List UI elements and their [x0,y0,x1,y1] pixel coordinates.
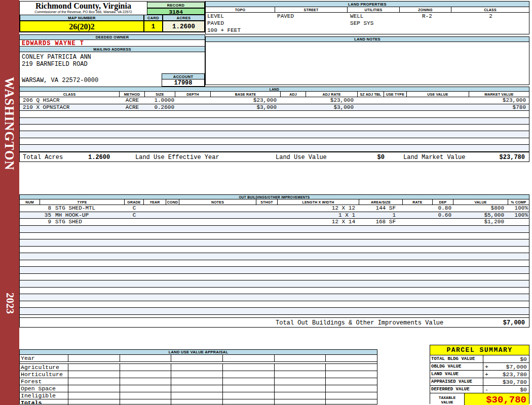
col-cond: COND [166,199,179,205]
cell-value: $1,200 [453,219,508,225]
county-title: Richmond County, Virginia [20,2,147,10]
lua-cell [223,392,275,399]
land-notes-box: LAND NOTES [205,36,529,85]
taxable-value: $30,780 [465,393,529,405]
land-use-appraisal-table: LAND USE VALUE APPRAISAL Year Agricultur… [19,349,377,404]
cell-num: 35 [20,212,51,218]
summary-label: OBLDG VALUE [430,363,483,370]
out-buildings-title: OUT BUILDINGS/OTHER IMPROVEMENTS [20,195,529,199]
lua-row-year: Year [20,355,377,362]
zoning-value [402,27,453,34]
lua-cell [326,364,377,371]
cell-grade: C [125,212,144,218]
summary-value-cell: $30,780 [483,378,529,385]
lua-cell [275,355,326,361]
cell-market-value: $23,000 [469,97,529,103]
lua-cell [275,371,326,378]
cell-base-rate: $3,000 [211,104,281,110]
cell-dep: 0.60 [433,212,453,218]
address-line-1: CONLEY PATRICIA ANN [22,54,91,61]
lua-cell [275,385,326,392]
lua-cell [171,371,223,378]
cell-comp: 100% [508,212,529,218]
cell-market-value: $780 [469,104,529,110]
land-title: LAND [20,87,529,92]
zoning-value [402,20,453,27]
total-acres-label: Total Acres [23,154,63,161]
acres-label: ACRES [163,15,205,21]
summary-value: $7,000 [506,363,527,370]
lua-cell [275,364,326,371]
land-properties-title: LAND PROPERTIES [206,2,529,7]
col-utilities: UTILITIES [348,7,400,12]
cell-length-width: 1 X 1 [278,212,359,218]
land-properties-row: PAVED SEP SYS [206,20,529,27]
col-market-value: MARKET VALUE [469,92,529,97]
summary-value-cell: - $0 [483,386,529,393]
class-value: 2 [452,13,529,20]
lua-cell [223,385,275,392]
col-length-width: LENGTH X WIDTH [278,199,359,205]
summary-label: TOTAL BLDG VALUE [430,355,483,362]
cell-type: STG SHED [51,219,125,225]
land-notes-body [206,42,529,85]
lua-row-label: Ineligible [20,392,68,399]
lua-row-agriculture: Agriculture [20,364,377,371]
summary-row-total-bldg: TOTAL BLDG VALUE $0 [430,355,529,363]
col-comp: % COMP [508,199,529,205]
land-columns: CLASS METHOD SIZE DEPTH BASE RATE ADJ AD… [20,92,529,97]
col-topo: TOPO [206,7,275,12]
out-buildings-total-value: $7,000 [503,319,525,327]
col-value: VALUE [453,199,508,205]
land-use-appraisal-grid: Year Agriculture Horticulture [20,355,377,405]
county-subtitle: Commissioner of the Revenue, PO Box 366,… [20,10,147,14]
col-use-value: USE VALUE [407,92,469,97]
land-table: LAND CLASS METHOD SIZE DEPTH BASE RATE A… [19,87,529,162]
topo-value: PAVED [206,20,276,27]
cell-class: 210 X OPNSTACR [20,104,120,110]
land-properties-row: LEVEL PAVED WELL R-2 2 [206,13,529,20]
cell-value: $800 [453,205,508,211]
owner-box: DEEDED OWNER EDWARDS WAYNE T MAILING ADD… [19,34,205,87]
summary-row-taxable: TAXABLE VALUE $30,780 [430,393,529,405]
account-label: ACCOUNT [162,73,205,79]
land-properties-box: LAND PROPERTIES TOPO STREET UTILITIES ZO… [205,1,529,34]
lua-cell [120,399,172,405]
lua-cell [326,378,377,385]
col-class: CLASS [20,92,120,97]
col-class: CLASS [451,7,529,12]
cell-num: 8 [20,205,51,211]
lua-cell [326,371,377,378]
cell-length-width: 12 X 12 [278,205,359,211]
lua-cell [326,355,377,361]
lua-cell [171,399,223,405]
utilities-value: WELL [349,13,402,20]
land-market-value: $23,780 [500,154,525,161]
summary-label: APPRAISED VALUE [430,378,483,385]
topo-value: 100 + FEET [206,27,276,34]
col-zoning: ZONING [400,7,451,12]
land-rows: 206 Q HSACR ACRE 1.0000 $23,000 $23,000 … [20,97,529,163]
lua-cell [223,371,275,378]
summary-value: $30,780 [503,379,527,385]
out-building-row: 9 STG SHED 12 X 14 168 SF $1,200 [20,219,529,226]
lua-cell [120,364,172,371]
col-rate: RATE [403,199,433,205]
cell-value: $5,000 [453,212,508,218]
lua-cell [120,385,172,392]
out-buildings-empty-rows [20,226,529,317]
col-sz-adj-tbl: SZ ADJ TBL [358,92,384,97]
deeded-owner-value: EDWARDS WAYNE T [20,40,205,47]
address-line-3: WARSAW, VA 22572-0000 [22,77,98,84]
summary-operator: - [485,386,488,393]
county-title-block: Richmond County, Virginia Commissioner o… [20,2,147,15]
summary-label: DEFERRED VALUE [430,386,483,393]
lua-cell [275,399,326,405]
land-row: 206 Q HSACR ACRE 1.0000 $23,000 $23,000 … [20,97,529,104]
lua-row-label: Forest [20,378,68,385]
out-building-row: 8 STG SHED-MTL C 12 X 12 144 SF 0.80 $80… [20,205,529,212]
col-year: YEAR [144,199,166,205]
lua-cell [120,392,172,399]
lua-cell [275,378,326,385]
street-value [276,27,349,34]
